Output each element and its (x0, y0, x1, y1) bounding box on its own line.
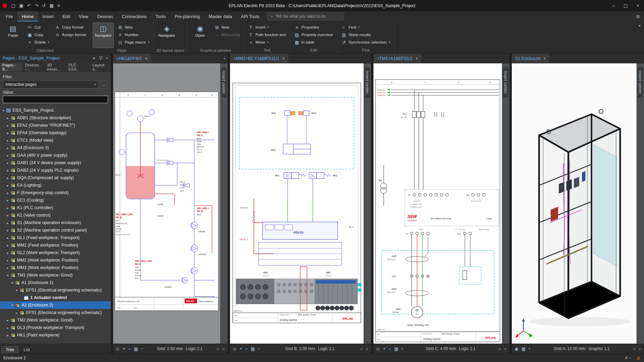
expander-icon[interactable]: ▸ (5, 251, 10, 255)
expander-icon[interactable]: ▾ (5, 273, 10, 277)
zoom-window-icon[interactable]: ⌕ (366, 346, 368, 351)
warning-icon[interactable]: ⚠ (637, 356, 641, 361)
workspace-layout-icon[interactable]: ⊞ (636, 14, 644, 19)
tree-item-ess-sample-project[interactable]: ▾ESS_Sample_Project (0, 107, 111, 114)
object-snap-icon[interactable]: ⌖ (123, 346, 125, 351)
tree-item-gaa-400-v-power-supply[interactable]: ▸GAA (400 V power supply) (0, 152, 111, 159)
pin-icon[interactable] (99, 56, 102, 61)
customize-toolbar-icon[interactable]: ≡ (58, 3, 60, 8)
tree-item-ea-lighting[interactable]: ▸EA (Lighting) (0, 182, 111, 189)
zoom-icon[interactable]: ⌕ (499, 346, 501, 351)
tree-item-gqa-compressed-air-supply[interactable]: ▸GQA (Compressed air supply) (0, 174, 111, 182)
navigator-tab-devices[interactable]: Devices -... (22, 63, 44, 72)
navigator-tab-layout-s[interactable]: Layout s... (90, 63, 111, 72)
design-mode-icon[interactable]: + (388, 346, 391, 351)
maximize-button[interactable]: ▢ (624, 3, 628, 8)
menu-tab-api-tools[interactable]: API Tools (236, 11, 264, 21)
copy-button[interactable]: ▣Copy (26, 31, 51, 38)
insert-button[interactable]: TInsert▾ (247, 24, 288, 31)
new-button[interactable]: ⊞New (116, 24, 151, 31)
expander-icon[interactable]: ▸ (5, 139, 10, 142)
menu-tab-tools[interactable]: Tools (151, 11, 170, 21)
tab-close-icon[interactable]: × (543, 56, 546, 61)
in-table-button[interactable]: ▦In table (293, 39, 335, 46)
schematic-canvas[interactable]: 0 1 2 3 =GAA-2L1 = (373, 63, 502, 344)
tab-close-icon[interactable]: × (282, 56, 285, 61)
insert-center-tab[interactable]: Insert center (637, 67, 644, 98)
expander-icon[interactable]: ▸ (5, 154, 10, 157)
fluid-canvas[interactable]: -BG1 -BG2 -MM1 (230, 63, 364, 344)
design-mode-icon[interactable]: + (128, 346, 131, 351)
tree-item-k1-plc-controller[interactable]: ▸K1 (PLC controller) (0, 204, 111, 211)
ribbon-options-icon[interactable]: ▾ (639, 23, 641, 28)
tree-item-gl3-provide-workpiece-transport[interactable]: ▸GL3 (Provide workpiece: Transport) (0, 324, 111, 331)
expander-icon[interactable]: ▾ (14, 288, 19, 292)
tree-item-mm3-work-workpiece-position[interactable]: ▸MM3 (Work workpiece: Position) (0, 264, 111, 271)
property-overview-button[interactable]: ▧Property overview (293, 31, 335, 38)
find-button[interactable]: ⌕Find▾ (340, 24, 392, 31)
toolbar-more-icon[interactable]: ▾ (141, 347, 143, 350)
navigator-tab-3d-moun[interactable]: 3D moun... (45, 63, 66, 72)
expander-icon[interactable]: ▸ (5, 146, 10, 150)
navigator-button[interactable]: ◫Navigator (93, 22, 114, 48)
expander-icon[interactable]: ▸ (5, 191, 10, 195)
paste-button[interactable]: ▤Paste (2, 22, 24, 48)
panel-close-icon[interactable]: × (106, 56, 108, 60)
tree-item-gab2-24-v-supply-plc-signals[interactable]: ▸GAB2 (24 V supply PLC signals) (0, 167, 111, 174)
tree-item-tm1-work-workpiece-grind[interactable]: ▾TM1 (Work workpiece: Grind) (0, 271, 111, 279)
tree-item-adb1-structure-description[interactable]: ▸ADB1 (Structure description) (0, 114, 111, 122)
show-results-button[interactable]: ▥Show results (340, 31, 392, 38)
navigator-button[interactable]: ◈Navigator (156, 22, 178, 48)
expander-icon[interactable]: ▸ (5, 131, 10, 135)
delete-button[interactable]: ×Delete▾ (26, 39, 51, 46)
tree-item-gl1-feed-workpiece-transport[interactable]: ▸GL1 (Feed workpiece: Transport) (0, 234, 111, 241)
expander-icon[interactable]: ▸ (5, 258, 10, 262)
zoom-icon[interactable]: ⌕ (360, 346, 363, 351)
zoom-window-icon[interactable]: ⌕ (639, 346, 641, 351)
insert-center-tab[interactable]: Insert center (220, 67, 227, 98)
undo-icon[interactable]: ↶ (27, 3, 31, 8)
properties-button[interactable]: ≡Properties (293, 24, 335, 31)
tree-item-hk1-paint-workpiece[interactable]: ▸HK1 (Paint workpiece) (0, 331, 111, 339)
zoom-window-icon[interactable]: ⌕ (504, 346, 507, 351)
menu-tab-connections[interactable]: Connections (118, 11, 151, 21)
tree-item-s2-machine-operation-control-panel[interactable]: ▸S2 (Machine operation control panel) (0, 226, 111, 234)
expander-icon[interactable]: ▸ (5, 333, 10, 337)
tab-close-icon[interactable]: × (416, 56, 418, 61)
open-button[interactable]: ◉Open (189, 22, 211, 48)
toolbar-more-icon[interactable]: ▾ (529, 347, 531, 350)
menu-tab-master-data[interactable]: Master data (204, 11, 236, 21)
expander-icon[interactable]: ▸ (5, 266, 10, 270)
expander-icon[interactable]: ▸ (5, 124, 10, 127)
move-button[interactable]: +Move▾ (247, 39, 288, 46)
expander-icon[interactable]: ▸ (5, 206, 10, 210)
tree-item-a2-enclosure-2[interactable]: ▾A2 (Enclosure 2) (0, 301, 111, 309)
expander-icon[interactable]: ▸ (5, 161, 10, 165)
cut-button[interactable]: ✂Cut (26, 24, 51, 31)
copy-format-button[interactable]: ACopy format (53, 24, 88, 31)
new-button[interactable]: ⊞New (213, 24, 242, 31)
navigator-tab-plc-ess[interactable]: PLC - ESS... (66, 63, 90, 72)
enclosure-3d-canvas[interactable] (512, 63, 637, 344)
redo-icon[interactable]: ↷ (35, 3, 39, 8)
tree-item-gab1-24-v-device-power-supply[interactable]: ▸GAB1 (24 V device power supply) (0, 159, 111, 167)
synchronize-selection-button[interactable]: ↺Synchronize selection▾ (340, 39, 392, 46)
tree-item-k2-valve-control[interactable]: ▸K2 (Valve control) (0, 211, 111, 219)
snap-icon[interactable]: ⊙ (233, 346, 236, 351)
zoom-icon[interactable]: ⌕ (217, 346, 219, 351)
tree-item-efs1-electrical-engineering-schematic[interactable]: ▸EFS1 (Electrical engineering schematic) (0, 309, 111, 316)
menu-tab-insert[interactable]: Insert (38, 11, 58, 21)
menu-tab-home[interactable]: Home (17, 11, 38, 21)
tree-item-tm2-work-workpiece-grind[interactable]: ▸TM2 (Work workpiece: Grind) (0, 316, 111, 324)
navigator-tab-pages-e[interactable]: Pages - E... (0, 63, 22, 72)
view-tab-list[interactable]: List (19, 346, 34, 353)
toolbar-more-icon[interactable]: ▾ (401, 347, 403, 350)
panel-menu-icon[interactable]: ▾ (93, 56, 95, 61)
tree-item-efa4-overview-topology[interactable]: ▸EFA4 (Overview topology) (0, 129, 111, 137)
view-tab-tree[interactable]: Tree (1, 346, 18, 353)
expander-icon[interactable]: ▸ (5, 176, 10, 180)
value-input[interactable] (3, 96, 108, 103)
expander-icon[interactable]: ▾ (10, 303, 15, 307)
assign-format-button[interactable]: AAssign format (53, 31, 88, 38)
tell-me-search[interactable]: ⌕ Tell me what you want to do (267, 12, 344, 20)
